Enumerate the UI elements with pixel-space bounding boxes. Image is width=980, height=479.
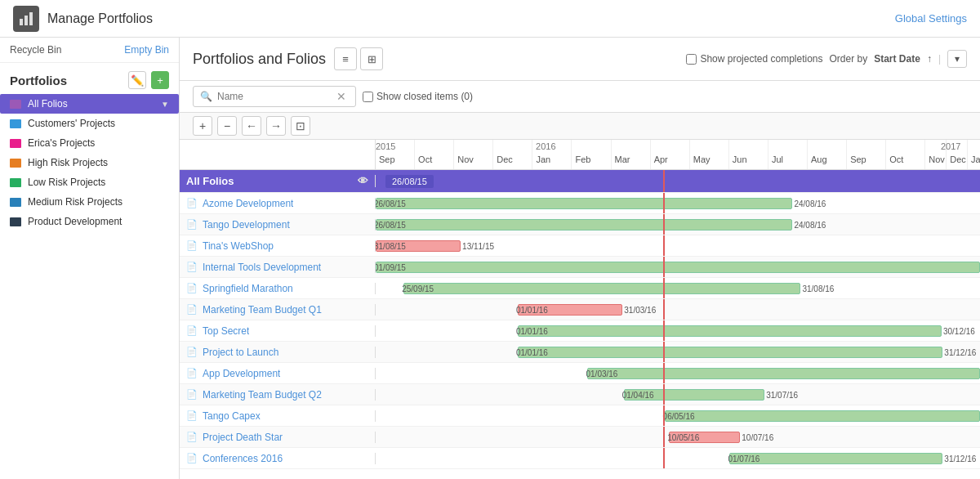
sidebar-item-customers-projects[interactable]: Customers' Projects (0, 114, 179, 133)
sidebar-item-high-risk-projects[interactable]: High Risk Projects (0, 153, 179, 172)
global-settings-link[interactable]: Global Settings (895, 12, 967, 25)
gantt-row: 📄 Marketing Team Budget Q1 01/01/16 31/0… (180, 299, 980, 320)
item-name[interactable]: Springfield Marathon (203, 283, 293, 294)
gantt-name-cell: 📄 Springfield Marathon (180, 283, 376, 294)
doc-icon: 📄 (186, 453, 198, 463)
scroll-left-button[interactable]: ← (242, 116, 261, 136)
gantt-bar[interactable] (403, 283, 800, 294)
zoom-in-button[interactable]: + (193, 116, 212, 136)
search-box: 🔍 ✕ (193, 86, 356, 107)
today-line-row (663, 448, 665, 468)
search-input[interactable] (217, 91, 332, 102)
month-cell-5: Feb (572, 140, 611, 169)
month-cell-16: Jan (968, 140, 980, 169)
expand-arrow-icon: ▼ (161, 100, 169, 109)
grid-view-button[interactable]: ⊞ (360, 47, 383, 70)
item-name[interactable]: Tango Development (203, 219, 290, 231)
gantt-bars-cell: 06/05/16 (376, 405, 980, 426)
folder-icon (10, 159, 21, 168)
scroll-right-button[interactable]: → (266, 116, 286, 136)
gantt-row: 📄 Project to Launch 01/01/16 31/12/16 (180, 342, 980, 363)
folder-icon (10, 139, 21, 148)
sidebar-item-label: Erica's Projects (28, 137, 169, 149)
clear-search-button[interactable]: ✕ (336, 90, 346, 103)
show-closed-label[interactable]: Show closed items (0) (363, 91, 473, 102)
folder-icon (10, 217, 21, 226)
order-dropdown-button[interactable]: ▾ (947, 50, 967, 68)
sidebar-item-all-folios[interactable]: All Folios ▼ (0, 94, 179, 114)
top-bar-left: Manage Portfolios (13, 6, 153, 32)
zoom-out-button[interactable]: − (217, 116, 237, 136)
gantt-bars-cell: 26/08/15 24/08/16 (376, 214, 980, 235)
month-cell-13: Oct (886, 140, 925, 169)
sidebar-item-label: Medium Risk Projects (28, 196, 169, 208)
folder-icon (10, 100, 21, 109)
gantt-header-row: All Folios 👁 26/08/15 (180, 170, 980, 193)
svg-rect-1 (24, 16, 28, 25)
item-name[interactable]: Project to Launch (203, 347, 278, 358)
item-name[interactable]: Tina's WebShop (203, 240, 274, 252)
gantt-bar[interactable] (518, 347, 942, 358)
month-cell-3: Dec (493, 140, 532, 169)
gantt-bar[interactable] (376, 262, 980, 273)
gantt-row: 📄 Tango Capex 06/05/16 (180, 405, 980, 427)
item-name[interactable]: Project Death Star (203, 432, 283, 443)
sidebar-item-label: All Folios (28, 98, 154, 110)
sidebar-item-medium-risk-projects[interactable]: Medium Risk Projects (0, 192, 179, 212)
gantt-name-cell: 📄 Marketing Team Budget Q2 (180, 389, 376, 401)
gantt-header-name-cell: All Folios 👁 (180, 175, 376, 187)
month-cell-1: Oct (415, 140, 454, 169)
gantt-bar[interactable] (665, 410, 980, 422)
empty-bin-button[interactable]: Empty Bin (124, 44, 169, 56)
doc-icon: 📄 (186, 410, 198, 421)
edit-portfolio-button[interactable]: ✏️ (128, 71, 146, 89)
gantt-bar[interactable] (518, 325, 942, 337)
sort-arrow-icon: ↑ (927, 53, 932, 65)
gantt-name-cell: 📄 Internal Tools Development (180, 262, 376, 273)
show-projected-checkbox[interactable] (686, 54, 697, 65)
gantt-bars-cell: 01/03/16 (376, 363, 980, 383)
month-cell-6: Mar (612, 140, 651, 169)
header-date-badge: 26/08/15 (385, 175, 434, 188)
list-view-button[interactable]: ≡ (334, 47, 357, 70)
eye-icon[interactable]: 👁 (358, 175, 368, 187)
gantt-bar[interactable] (376, 198, 792, 209)
gantt-name-cell: 📄 Tango Development (180, 219, 376, 231)
doc-icon: 📄 (186, 304, 198, 315)
item-name[interactable]: App Development (203, 368, 280, 379)
gantt-bars-cell: 25/09/15 31/08/16 (376, 278, 980, 298)
item-name[interactable]: Azome Development (203, 198, 293, 209)
item-name[interactable]: Marketing Team Budget Q2 (203, 389, 322, 401)
item-name[interactable]: Marketing Team Budget Q1 (203, 304, 322, 316)
name-column-header (180, 140, 376, 169)
item-name[interactable]: Top Secret (203, 325, 249, 337)
show-closed-checkbox[interactable] (363, 92, 373, 102)
today-line-row (663, 405, 665, 426)
header-controls: Show projected completions Order by Star… (686, 50, 967, 68)
today-line-row (663, 235, 665, 256)
today-line-row (663, 427, 665, 447)
bar-start-date: 06/05/16 (663, 411, 695, 420)
fit-button[interactable]: ⊡ (291, 116, 310, 136)
sidebar-item-product-development[interactable]: Product Development (0, 212, 179, 231)
bar-start-date: 01/01/16 (516, 347, 548, 356)
doc-icon: 📄 (186, 262, 198, 272)
item-name[interactable]: Internal Tools Development (203, 262, 321, 273)
gantt-bar[interactable] (729, 453, 942, 464)
item-name[interactable]: Tango Capex (203, 410, 261, 422)
gantt-name-cell: 📄 App Development (180, 368, 376, 379)
add-portfolio-button[interactable]: + (151, 71, 169, 89)
recycle-bin-row: Recycle Bin Empty Bin (0, 38, 179, 63)
gantt-bars-cell: 01/01/16 31/03/16 (376, 299, 980, 320)
sidebar-item-low-risk-projects[interactable]: Low Risk Projects (0, 172, 179, 192)
gantt-bar[interactable] (587, 368, 980, 379)
bar-end-date: 31/07/16 (766, 390, 798, 399)
folder-icon (10, 198, 21, 207)
gantt-name-cell: 📄 Tina's WebShop (180, 240, 376, 252)
svg-rect-2 (29, 12, 33, 25)
gantt-bar[interactable] (376, 219, 792, 231)
item-name[interactable]: Conferences 2016 (203, 453, 283, 464)
sidebar-item-ericas-projects[interactable]: Erica's Projects (0, 133, 179, 153)
gantt-bars-cell: 01/01/16 31/12/16 (376, 342, 980, 362)
show-projected-label[interactable]: Show projected completions (686, 53, 822, 65)
